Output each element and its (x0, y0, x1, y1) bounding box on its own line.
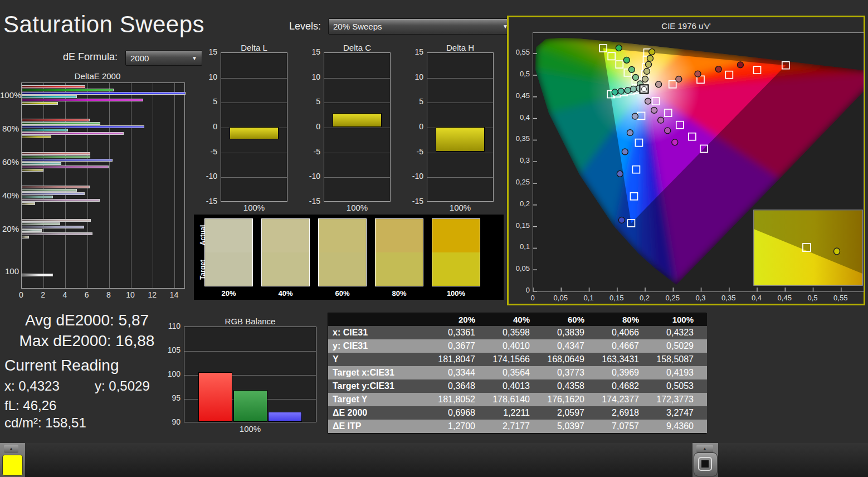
table-cell: 0,3773 (543, 366, 598, 379)
gridline (221, 103, 287, 103)
transport-scroll-up-button[interactable]: ▲ (696, 445, 713, 453)
current-x: x: 0,4323 (4, 378, 60, 394)
cie-x-tick: 0,55 (831, 294, 851, 302)
measured-point-magenta (645, 98, 651, 104)
measured-point-magenta (651, 107, 657, 113)
cie-y-tick: 0,05 (511, 264, 530, 272)
measured-point-green (623, 57, 630, 63)
de-bar-yellow (22, 202, 35, 205)
de-bar-white (22, 274, 53, 276)
cie-y-tick: 0,2 (511, 199, 530, 208)
de-formula-dropdown[interactable]: 2000 ▼ (125, 50, 202, 66)
de-bar-blue (22, 125, 144, 128)
table-cell: 0,4010 (489, 339, 543, 353)
table-cell: 1,2211 (489, 406, 543, 420)
de-bar-cyan (22, 162, 61, 165)
cie-y-tick: 0,1 (511, 242, 530, 251)
rgb-balance-plot (184, 327, 316, 422)
de-bar-red (22, 219, 91, 222)
avg-de2000: Avg dE2000: 5,87 (0, 310, 174, 330)
table-cell: 178,6140 (489, 393, 543, 406)
levels-label: Levels: (289, 21, 321, 32)
group-label: 100 (0, 266, 19, 276)
table-cell: 2,0597 (543, 406, 598, 420)
measured-point-yellow (649, 49, 655, 55)
y-tick-label: 0 (301, 122, 320, 131)
de-bar-green (22, 222, 60, 225)
cie-x-tick: 0,15 (607, 294, 627, 302)
measured-point-yellow (646, 61, 652, 67)
y-tick-label: 10 (198, 72, 217, 81)
y-tick-label: 5 (404, 97, 423, 106)
delta_c-bar (333, 113, 382, 127)
chevron-down-icon: ▼ (192, 55, 197, 61)
x-tick-label: 2 (36, 290, 50, 299)
levels-dropdown[interactable]: 20% Sweeps ▼ (328, 18, 513, 35)
measured-point-blue (622, 149, 628, 155)
table-cell: 0,3648 (434, 379, 489, 393)
y-tick-label: -10 (301, 172, 320, 181)
table-row-label: Y (328, 353, 434, 366)
target-color (205, 252, 252, 286)
de-bar-yellow (22, 236, 29, 238)
x-tick-label: 4 (58, 290, 71, 299)
delta_c-title: Delta C (324, 43, 391, 52)
gridline (184, 351, 316, 352)
measured-point-magenta (658, 117, 664, 123)
cie-y-tick: 0,25 (511, 178, 530, 186)
patch-swatch-80% (375, 218, 423, 286)
cie-diagram (533, 32, 864, 292)
table-cell: 181,8052 (434, 393, 489, 406)
swatch-label: 80% (375, 289, 423, 298)
table-cell: 5,0397 (543, 420, 598, 433)
bottom-bar: ▲ 20%40%60%80%100% ▲ ■▶[··]∞⟳ « Back Nex… (0, 443, 868, 477)
swatch-label: 60% (318, 289, 367, 298)
table-header: 60% (543, 313, 598, 326)
measured-point-green (632, 74, 638, 80)
table-cell: 3,2747 (652, 406, 707, 420)
scroll-up-button[interactable]: ▲ (4, 445, 18, 453)
cie-zoom-inset (754, 210, 862, 285)
gridline (324, 78, 390, 79)
stop-measure-button[interactable] (694, 452, 718, 476)
gridline (109, 83, 110, 288)
table-cell: 0,6968 (434, 406, 489, 420)
target-color (262, 252, 309, 286)
measured-point-yellow (644, 69, 650, 75)
actual-target-swatch-panel: ActualTarget20%40%60%80%100% (194, 215, 504, 300)
cie-y-tick: 0,55 (511, 48, 530, 56)
y-tick-label: 15 (198, 47, 217, 56)
rgb-bar-blue (268, 412, 302, 422)
current-y: y: 0,5029 (95, 378, 150, 394)
current-patch-swatch (2, 455, 23, 476)
actual-color (262, 219, 309, 252)
group-label: 40% (0, 191, 19, 200)
delta_h-x-label: 100% (427, 203, 494, 212)
transport-side-panel: ▲ (693, 443, 718, 477)
app-root: Saturation Sweeps dE Formula: 2000 ▼ Lev… (0, 0, 868, 477)
table-cell: 0,4347 (543, 339, 598, 353)
max-de2000: Max dE2000: 16,88 (0, 330, 174, 351)
gridline (427, 103, 493, 103)
table-row-label: ΔE 2000 (328, 406, 434, 420)
deltae2000-chart: DeltaE 200002468101214100%80%60%40%20%10… (0, 71, 195, 301)
table-cell: 0,5053 (652, 379, 707, 393)
measured-point-blue (618, 217, 625, 223)
cie-x-tick: 0,1 (579, 294, 599, 302)
de-formula-label: dE Formula: (63, 51, 118, 63)
measured-point-blue (632, 113, 638, 119)
table-cell: 172,3773 (652, 393, 707, 406)
de-bar-magenta (22, 166, 109, 168)
measurement-table: 20%40%60%80%100%x: CIE310,33610,35980,38… (328, 313, 706, 434)
de-bar-green (22, 89, 114, 91)
de-bar-blue (22, 192, 85, 195)
de-bar-yellow (22, 102, 58, 105)
y-tick-label: 100 (163, 369, 181, 378)
target-color (319, 252, 366, 286)
delta_c-plot (324, 52, 391, 202)
measured-point-red (695, 71, 701, 77)
cie-y-tick: 0,15 (511, 221, 530, 230)
measured-point-cyan (625, 87, 631, 94)
swatch-label: 100% (432, 289, 480, 298)
table-cell: 0,4066 (598, 326, 652, 339)
